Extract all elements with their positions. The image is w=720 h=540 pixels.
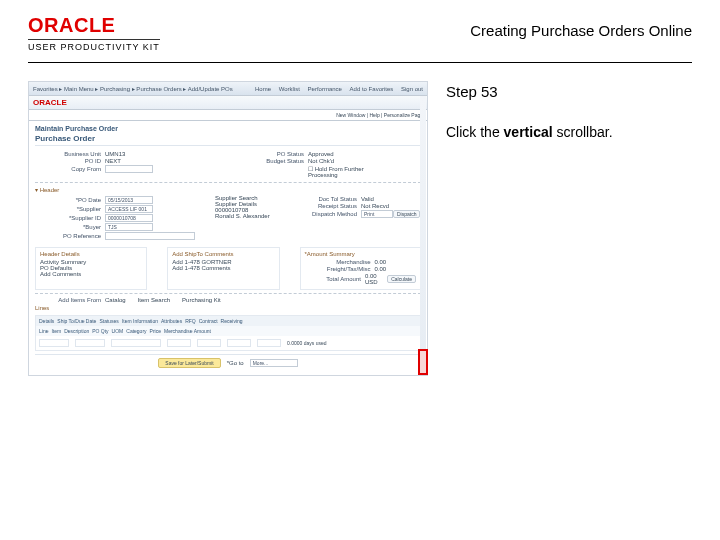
calculate-button[interactable]: Calculate — [387, 275, 416, 283]
podate-label: *PO Date — [35, 197, 105, 203]
instruction-post: scrollbar. — [553, 124, 613, 140]
menu-signout[interactable]: Sign out — [401, 86, 423, 92]
dispatch-button[interactable]: Dispatch — [393, 210, 420, 218]
poref-label: PO Reference — [35, 233, 105, 239]
add-comments-link[interactable]: Add Comments — [40, 271, 142, 277]
poref-field[interactable] — [105, 232, 195, 240]
item-cell[interactable] — [75, 339, 105, 347]
budget-value: Not Chk'd — [308, 158, 368, 164]
document-title: Creating Purchase Orders Online — [470, 14, 692, 39]
tab-receiving[interactable]: Receiving — [221, 318, 243, 324]
page-subtitle: Maintain Purchase Order — [35, 125, 421, 132]
tab-details[interactable]: Details — [39, 318, 54, 324]
desc-cell[interactable] — [111, 339, 161, 347]
col-item: Item — [51, 328, 61, 334]
catalog-link[interactable]: Catalog — [105, 297, 126, 303]
tab-rfq[interactable]: RFQ — [185, 318, 196, 324]
menu-worklist[interactable]: Worklist — [279, 86, 300, 92]
shipto-comments-block: Add ShipTo Comments Add 1-478 GORTNER Ad… — [167, 247, 279, 290]
brand-logo: ORACLE — [28, 14, 160, 37]
tab-iteminfo[interactable]: Item Information — [122, 318, 158, 324]
embedded-screenshot: Favorites ▸ Main Menu ▸ Purchasing ▸ Pur… — [28, 81, 428, 376]
podate-field[interactable]: 05/15/2013 — [105, 196, 153, 204]
header-section-label[interactable]: ▾ Header — [35, 186, 421, 193]
postatus-label: PO Status — [238, 151, 308, 157]
supplier-field[interactable]: ACCESS LIF 001 — [105, 205, 153, 213]
tab-contract[interactable]: Contract — [199, 318, 218, 324]
poid-value: NEXT — [105, 158, 165, 164]
page-utility-links[interactable]: New Window | Help | Personalize Page — [29, 110, 427, 121]
brand-subtitle: USER PRODUCTIVITY KIT — [28, 39, 160, 52]
col-desc: Description — [64, 328, 89, 334]
shipto-line2[interactable]: Add 1-478 Comments — [172, 265, 274, 271]
oracle-logo: ORACLE — [33, 98, 67, 107]
amount-summary-label: *Amount Summary — [305, 251, 417, 257]
save-submit-button[interactable]: Save for Later/Submit — [158, 358, 220, 368]
screenshot-footer: Save for Later/Submit *Go to More... — [35, 354, 421, 371]
instruction-bold: vertical — [504, 124, 553, 140]
doctol-value: Valid — [361, 196, 421, 202]
instruction-panel: Step 53 Click the vertical scrollbar. — [446, 81, 692, 140]
buyer-name: Ronald S. Alexander — [215, 213, 271, 219]
line-cell[interactable] — [39, 339, 69, 347]
dash-sep — [35, 182, 421, 183]
page-header: ORACLE USER PRODUCTIVITY KIT Creating Pu… — [0, 0, 720, 58]
price-cell[interactable] — [257, 339, 281, 347]
amount-summary-block: *Amount Summary Merchandise0.00 Freight/… — [300, 247, 422, 290]
dispatch-select[interactable]: Print — [361, 210, 393, 218]
menu-add-favorites[interactable]: Add to Favorites — [350, 86, 394, 92]
page-title: Purchase Order — [35, 134, 421, 146]
receipt-value: Not Recvd — [361, 203, 421, 209]
po-summary-row: Business UnitUMN13 PO IDNEXT Copy From P… — [35, 150, 421, 179]
header-details-label: Header Details — [40, 251, 142, 257]
cat-cell[interactable] — [227, 339, 251, 347]
instruction-text: Click the vertical scrollbar. — [446, 124, 692, 140]
supplierid-label: *Supplier ID — [35, 215, 105, 221]
tab-shipto[interactable]: Ship To/Due Date — [57, 318, 96, 324]
receipt-label: Receipt Status — [291, 203, 361, 209]
col-amount: Merchandise Amount — [164, 328, 211, 334]
bu-value: UMN13 — [105, 151, 165, 157]
uom-cell[interactable] — [197, 339, 221, 347]
lines-tabs: Details Ship To/Due Date Statuses Item I… — [36, 316, 420, 326]
main-content: Favorites ▸ Main Menu ▸ Purchasing ▸ Pur… — [0, 81, 720, 376]
goto-label: *Go to — [227, 360, 244, 366]
scrollbar-track[interactable] — [420, 96, 426, 375]
tab-attributes[interactable]: Attributes — [161, 318, 182, 324]
col-line: Line — [39, 328, 48, 334]
dash-sep-2 — [35, 293, 421, 294]
tab-statuses[interactable]: Statuses — [99, 318, 118, 324]
menu-performance[interactable]: Performance — [308, 86, 342, 92]
breadcrumb[interactable]: Favorites ▸ Main Menu ▸ Purchasing ▸ Pur… — [33, 85, 233, 92]
additems-label: Add Items From — [35, 297, 105, 303]
merch-label: Merchandise — [305, 259, 375, 265]
screenshot-body: Maintain Purchase Order Purchase Order B… — [29, 121, 427, 375]
header-details-block: Header Details Activity Summary PO Defau… — [35, 247, 147, 290]
copyfrom-select[interactable] — [105, 165, 153, 173]
copyfrom-label: Copy From — [35, 166, 105, 172]
buyer-label: *Buyer — [35, 224, 105, 230]
qty-cell[interactable] — [167, 339, 191, 347]
merch-value: 0.00 — [375, 259, 387, 265]
postatus-value: Approved — [308, 151, 368, 157]
menu-home[interactable]: Home — [255, 86, 271, 92]
lines-table: Details Ship To/Due Date Statuses Item I… — [35, 315, 421, 351]
buyer-field[interactable]: TJS — [105, 223, 153, 231]
purchasingkit-link[interactable]: Purchasing Kit — [182, 297, 221, 303]
hold-checkbox[interactable]: ☐ Hold From Further Processing — [308, 165, 368, 178]
goto-select[interactable]: More... — [250, 359, 298, 367]
vertical-scrollbar-highlight[interactable] — [418, 349, 428, 375]
amount-cell: 0.0000 days used — [287, 340, 326, 346]
instruction-pre: Click the — [446, 124, 504, 140]
col-cat: Category — [126, 328, 146, 334]
total-label: Total Amount — [305, 276, 365, 282]
screenshot-topbar: Favorites ▸ Main Menu ▸ Purchasing ▸ Pur… — [29, 82, 427, 96]
itemsearch-link[interactable]: Item Search — [138, 297, 170, 303]
lines-label: Lines — [35, 305, 421, 311]
doctol-label: Doc Tol Status — [291, 196, 361, 202]
total-value: 0.00 USD — [365, 273, 387, 285]
bu-label: Business Unit — [35, 151, 105, 157]
supplierid-field[interactable]: 0000010708 — [105, 214, 153, 222]
header-fields: *PO Date05/15/2013 *SupplierACCESS LIF 0… — [35, 195, 421, 241]
top-menu: Home Worklist Performance Add to Favorit… — [249, 86, 423, 92]
